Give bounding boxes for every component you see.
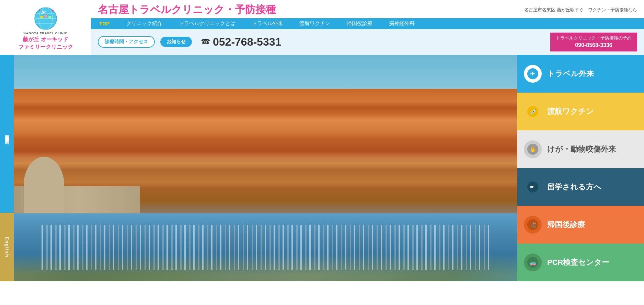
- header-right: 名古屋トラベルクリニック・予防接種 名古屋市名東区 藤が丘駅すぐ ワクチン・予防…: [91, 0, 644, 55]
- site-title: 名古屋トラベルクリニック・予防接種: [98, 3, 276, 17]
- nav-item-neurology[interactable]: 脳神経外科: [381, 18, 423, 29]
- card-post-return[interactable]: 🩺 帰国後診療: [517, 206, 644, 244]
- left-tabs: 東海渡航医学研究会 English: [0, 55, 14, 281]
- panorama: [14, 55, 517, 281]
- svg-text:✒: ✒: [530, 184, 534, 190]
- nav-item-clinic[interactable]: クリニック紹介: [118, 18, 171, 29]
- svg-text:♥: ♥: [39, 9, 41, 12]
- card-injury[interactable]: ✋ けが・動物咬傷外来: [517, 130, 644, 168]
- nav-item-top[interactable]: TOP: [91, 18, 118, 29]
- phone-icon: ☎: [201, 37, 210, 46]
- hero-image: [14, 55, 517, 281]
- svg-text:✋: ✋: [530, 146, 537, 153]
- left-tab-english[interactable]: English: [0, 213, 14, 281]
- test-tube-icon: 🧫: [527, 257, 538, 268]
- boats-layer: [39, 225, 492, 270]
- stethoscope-icon: 🩺: [527, 219, 538, 230]
- left-tab-tokai[interactable]: 東海渡航医学研究会: [0, 55, 14, 213]
- phone-area: ☎ 052-768-5331: [201, 36, 281, 48]
- card-study-abroad[interactable]: ✒ 留学される方へ: [517, 168, 644, 206]
- nav-item-post-return[interactable]: 帰国後診療: [338, 18, 381, 29]
- card-vaccine[interactable]: 💉 渡航ワクチン: [517, 93, 644, 130]
- header-top: ♥ ♥ NAGOYA TRAVEL CLINIC 藤が丘 オーキッドファミリーク…: [0, 0, 644, 55]
- card-icon-travel: ✈: [524, 65, 542, 83]
- news-button[interactable]: お知らせ: [160, 37, 192, 47]
- reservation-box[interactable]: トラベルクリニック・予防接種の予約 090-8568-3336: [550, 33, 637, 52]
- svg-point-9: [48, 16, 51, 19]
- pen-icon: ✒: [527, 181, 538, 192]
- logo-text-en: NAGOYA TRAVEL CLINIC: [23, 32, 68, 35]
- nav-bar: TOP クリニック紹介 トラベルクリニックとは トラベル外来 渡航ワクチン 帰国…: [91, 18, 644, 29]
- card-icon-injury: ✋: [524, 140, 542, 158]
- header-info: 名古屋市名東区 藤が丘駅すぐ ワクチン・予防接種なら: [524, 7, 637, 13]
- sub-header: 診療時間・アクセス お知らせ ☎ 052-768-5331 トラベルクリニック・…: [91, 29, 644, 55]
- card-icon-return: 🩺: [524, 216, 542, 234]
- nav-item-travel-outpatient[interactable]: トラベル外来: [244, 18, 291, 29]
- card-label-pcr: PCR検査センター: [547, 257, 609, 268]
- reservation-phone: 090-8568-3336: [556, 41, 632, 49]
- hand-icon: ✋: [527, 144, 538, 155]
- access-button[interactable]: 診療時間・アクセス: [98, 36, 155, 48]
- right-cards: ✈ トラベル外来 💉 渡航ワクチン ✋ けが・動物咬傷: [517, 55, 644, 281]
- svg-text:🧫: 🧫: [530, 259, 537, 266]
- phone-number: 052-768-5331: [213, 36, 281, 48]
- logo-clinic-name-jp: 藤が丘 オーキッドファミリークリニック: [18, 36, 73, 51]
- header-top-bar: 名古屋トラベルクリニック・予防接種 名古屋市名東区 藤が丘駅すぐ ワクチン・予防…: [91, 0, 644, 18]
- reservation-label: トラベルクリニック・予防接種の予約: [556, 35, 632, 42]
- main-content: 東海渡航医学研究会 English ✈: [0, 55, 644, 281]
- card-icon-vaccine: 💉: [524, 103, 542, 120]
- card-label-travel: トラベル外来: [547, 69, 594, 79]
- card-label-injury: けが・動物咬傷外来: [547, 144, 616, 154]
- syringe-icon: 💉: [527, 106, 538, 117]
- card-travel-outpatient[interactable]: ✈ トラベル外来: [517, 55, 644, 93]
- nav-item-vaccine[interactable]: 渡航ワクチン: [291, 18, 338, 29]
- logo-icon: ♥ ♥: [28, 4, 63, 32]
- airplane-icon: ✈: [527, 68, 538, 79]
- svg-text:♥: ♥: [52, 9, 54, 12]
- svg-text:🩺: 🩺: [530, 222, 537, 228]
- card-label-study: 留学される方へ: [547, 182, 601, 192]
- card-label-vaccine: 渡航ワクチン: [547, 106, 594, 117]
- svg-text:💉: 💉: [530, 108, 537, 115]
- card-icon-study: ✒: [524, 178, 542, 196]
- svg-text:✈: ✈: [530, 70, 535, 77]
- card-label-return: 帰国後診療: [547, 220, 585, 230]
- nav-item-travel-clinic[interactable]: トラベルクリニックとは: [171, 18, 244, 29]
- card-pcr[interactable]: 🧫 PCR検査センター: [517, 244, 644, 281]
- svg-point-8: [44, 15, 47, 17]
- card-icon-pcr: 🧫: [524, 254, 542, 271]
- svg-point-7: [40, 16, 43, 19]
- logo-area: ♥ ♥ NAGOYA TRAVEL CLINIC 藤が丘 オーキッドファミリーク…: [0, 0, 91, 55]
- tower: [24, 157, 64, 213]
